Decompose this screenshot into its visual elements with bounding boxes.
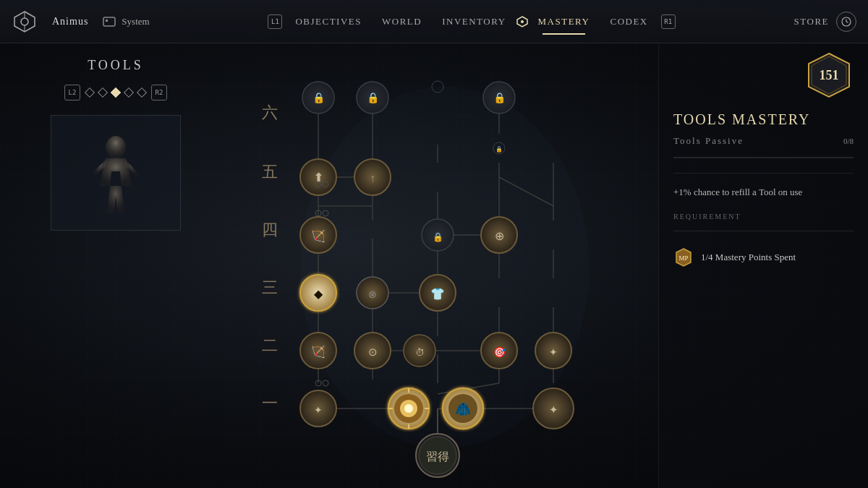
- character-card: [51, 115, 181, 231]
- svg-text:⊗: ⊗: [368, 289, 377, 300]
- svg-point-9: [106, 136, 126, 159]
- mastery-tab-icon: [516, 16, 528, 27]
- diamond-2: [98, 87, 108, 98]
- node-r1-c1[interactable]: [388, 388, 429, 429]
- node-r2-d[interactable]: 🎯: [481, 333, 517, 369]
- store-icon[interactable]: [836, 12, 856, 32]
- svg-rect-5: [106, 20, 108, 22]
- progress-max: 8: [850, 137, 854, 145]
- learn-button[interactable]: 習得: [416, 434, 459, 477]
- svg-text:🔒: 🔒: [367, 92, 380, 104]
- svg-text:⊕: ⊕: [495, 230, 504, 242]
- svg-text:✦: ✦: [314, 405, 323, 416]
- node-r4-a[interactable]: 🏹: [300, 217, 336, 253]
- kanji-row2: 二: [262, 336, 278, 354]
- mastery-progress-bar: [673, 157, 854, 158]
- system-nav[interactable]: System: [103, 16, 149, 27]
- mastery-desc: +1% chance to refill a Tool on use: [673, 185, 854, 200]
- left-panel: TOOLS L2 R2: [0, 43, 231, 488]
- progress-current: 0: [843, 137, 848, 145]
- mastery-badge: 151: [804, 51, 854, 100]
- node-r1-c2[interactable]: 🧥: [443, 388, 483, 429]
- svg-point-7: [521, 20, 524, 23]
- req-hex-icon: MP: [673, 247, 694, 267]
- brand-label: Animus: [52, 16, 88, 27]
- node-r1-a[interactable]: ✦: [300, 390, 336, 427]
- kanji-row3: 三: [262, 278, 278, 296]
- svg-text:🧥: 🧥: [455, 401, 472, 417]
- diamond-3-filled: [111, 87, 121, 98]
- svg-text:🎯: 🎯: [493, 346, 506, 359]
- svg-point-1: [21, 18, 28, 25]
- node-r6-b[interactable]: 🔒: [357, 82, 388, 114]
- nav-diamonds: L2 R2: [64, 85, 167, 100]
- r2-badge: R2: [151, 85, 167, 100]
- mastery-subtitle: Tools Passive: [673, 135, 744, 147]
- l1-badge: L1: [268, 14, 282, 29]
- mastery-title: Tools Mastery: [673, 111, 854, 128]
- top-nav: Animus System L1 Objectives World Invent…: [0, 0, 868, 43]
- node-r4-d[interactable]: ⊕: [481, 217, 517, 253]
- section-title: TOOLS: [88, 58, 144, 73]
- tab-codex[interactable]: Codex: [600, 13, 658, 30]
- node-r4-c[interactable]: 🔒: [422, 219, 454, 251]
- tab-mastery[interactable]: Mastery: [528, 13, 600, 30]
- svg-text:🔒: 🔒: [495, 145, 503, 153]
- req-text: 1/4 Mastery Points Spent: [701, 252, 796, 263]
- mastery-count: 151: [820, 68, 839, 82]
- diamond-4: [124, 87, 134, 98]
- nav-right: Store: [794, 12, 856, 32]
- svg-rect-4: [103, 17, 115, 26]
- svg-text:⬆: ⬆: [313, 171, 324, 185]
- skill-tree-svg: 六 五 四 三 二 一: [231, 51, 658, 481]
- requirement-divider: [673, 231, 854, 231]
- tab-world[interactable]: World: [372, 13, 432, 30]
- kanji-row4: 四: [262, 221, 278, 239]
- svg-text:✦: ✦: [549, 347, 558, 358]
- animus-logo: [12, 9, 38, 35]
- main-content: TOOLS L2 R2: [0, 43, 868, 488]
- node-r5-b[interactable]: ↑: [354, 159, 391, 195]
- diamond-5: [137, 87, 147, 98]
- requirement-label: REQUIREMENT: [673, 213, 854, 221]
- node-r3-a[interactable]: ◆: [300, 275, 336, 311]
- node-r2-e[interactable]: ✦: [535, 333, 571, 369]
- system-label: System: [122, 16, 149, 27]
- right-panel: 151 Tools Mastery Tools Passive 0/8 +1% …: [658, 43, 868, 488]
- node-r6-a[interactable]: 🔒: [302, 82, 334, 114]
- r1-badge: R1: [661, 14, 676, 29]
- tab-objectives[interactable]: Objectives: [285, 13, 372, 30]
- svg-text:⏱: ⏱: [415, 347, 425, 358]
- node-r2-c[interactable]: ⏱: [404, 335, 435, 367]
- svg-text:👕: 👕: [430, 287, 445, 301]
- svg-text:↑: ↑: [370, 172, 375, 184]
- svg-text:🏹: 🏹: [311, 229, 326, 243]
- svg-text:✦: ✦: [549, 404, 558, 416]
- tab-inventory[interactable]: Inventory: [432, 13, 516, 30]
- skill-tree-panel: 六 五 四 三 二 一: [231, 43, 658, 488]
- mastery-progress-label: 0/8: [843, 137, 854, 145]
- node-r1-e[interactable]: ✦: [533, 388, 574, 429]
- store-label[interactable]: Store: [794, 16, 829, 27]
- svg-text:🔒: 🔒: [493, 92, 506, 104]
- svg-text:🔒: 🔒: [312, 92, 326, 104]
- requirement-item: MP 1/4 Mastery Points Spent: [673, 247, 854, 267]
- svg-text:⊙: ⊙: [368, 346, 378, 358]
- svg-text:🔒: 🔒: [433, 231, 443, 242]
- node-r3-b[interactable]: ⊗: [357, 277, 388, 309]
- node-r3-c[interactable]: 👕: [420, 275, 456, 311]
- kanji-row5: 五: [262, 163, 278, 181]
- node-r2-b[interactable]: ⊙: [354, 333, 391, 369]
- node-r5-a[interactable]: ⬆: [300, 159, 336, 195]
- diamond-1: [85, 87, 95, 98]
- node-r2-a[interactable]: 🏹: [300, 333, 336, 369]
- kanji-row6: 六: [262, 103, 278, 121]
- character-figure: [51, 116, 180, 230]
- kanji-row1: 一: [262, 394, 278, 412]
- nav-center: L1 Objectives World Inventory Mastery Co…: [150, 13, 794, 30]
- svg-text:MP: MP: [678, 254, 688, 262]
- svg-text:🏹: 🏹: [311, 345, 326, 359]
- node-r6-d[interactable]: 🔒: [483, 82, 515, 114]
- mastery-divider: [673, 173, 854, 174]
- svg-text:◆: ◆: [314, 288, 323, 300]
